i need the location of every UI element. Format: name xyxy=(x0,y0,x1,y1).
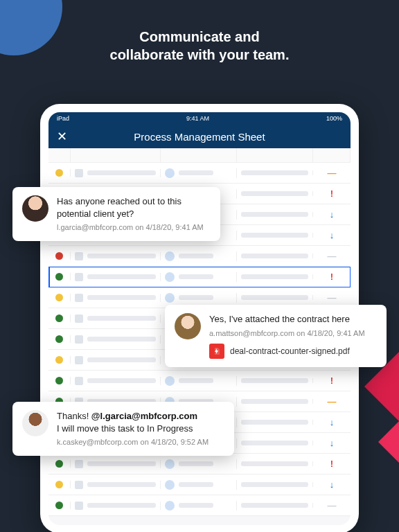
placeholder-bar xyxy=(179,274,213,279)
placeholder-bar xyxy=(87,274,156,279)
status-dot xyxy=(55,335,63,343)
placeholder-bar xyxy=(241,378,308,383)
status-dot xyxy=(55,314,63,322)
placeholder-bar xyxy=(87,461,156,466)
priority-mark: ↓ xyxy=(330,230,335,240)
comment-meta: k.caskey@mbfcorp.com on 4/18/20, 9:52 AM xyxy=(57,437,209,447)
status-battery: 100% xyxy=(326,115,342,122)
placeholder-bar xyxy=(241,212,308,217)
table-row[interactable]: ! xyxy=(48,371,351,391)
placeholder-bar xyxy=(241,461,308,466)
close-icon[interactable]: ✕ xyxy=(57,129,71,144)
placeholder-bar xyxy=(87,337,156,342)
priority-mark: ↓ xyxy=(330,438,335,448)
comment-bubble[interactable]: Thanks! @l.garcia@mbfcorp.com I will mov… xyxy=(12,402,234,456)
table-row[interactable]: — xyxy=(48,163,351,184)
spreadsheet-column-headers xyxy=(48,148,351,163)
table-row[interactable]: — xyxy=(48,246,351,267)
status-dot xyxy=(55,169,63,177)
comment-body: Yes, I've attached the contract here a.m… xyxy=(209,313,365,359)
status-dot xyxy=(55,294,63,301)
document-icon xyxy=(75,252,83,260)
placeholder-bar xyxy=(241,420,308,425)
placeholder-bar xyxy=(241,274,308,279)
attachment[interactable]: deal-contract-counter-signed.pdf xyxy=(209,344,365,359)
comment-body: Thanks! @l.garcia@mbfcorp.com I will mov… xyxy=(57,410,209,447)
status-dot xyxy=(55,252,63,260)
placeholder-bar xyxy=(179,503,213,508)
priority-mark: ↓ xyxy=(330,479,335,490)
priority-mark: — xyxy=(328,168,337,178)
priority-mark: — xyxy=(328,292,337,303)
comment-body: Has anyone reached out to this potential… xyxy=(57,195,211,233)
headline-line2: collaborate with your team. xyxy=(110,47,290,62)
priority-mark: — xyxy=(328,500,337,511)
table-row[interactable]: ↓ xyxy=(48,475,351,495)
page-title: Process Management Sheet xyxy=(71,131,328,143)
ios-status-bar: iPad 9:41 AM 100% xyxy=(48,112,351,125)
placeholder-bar xyxy=(241,295,308,300)
priority-mark: ! xyxy=(330,375,333,386)
priority-mark: ! xyxy=(330,459,333,469)
placeholder-bar xyxy=(179,482,213,487)
assignee-avatar xyxy=(165,168,175,178)
comment-bubble[interactable]: Has anyone reached out to this potential… xyxy=(12,187,220,241)
pdf-icon xyxy=(209,344,224,359)
comment-text-part: Thanks! xyxy=(57,411,91,421)
document-icon xyxy=(75,335,83,344)
document-icon xyxy=(75,502,83,510)
table-row[interactable]: 6 ! xyxy=(48,267,351,287)
status-device: iPad xyxy=(57,115,69,122)
document-icon xyxy=(75,356,83,364)
document-icon xyxy=(75,377,83,385)
document-icon xyxy=(75,481,83,489)
table-row[interactable]: — xyxy=(48,495,351,516)
avatar xyxy=(22,410,48,436)
assignee-avatar xyxy=(165,272,175,282)
comment-text: Thanks! @l.garcia@mbfcorp.com I will mov… xyxy=(57,410,209,434)
priority-mark: — xyxy=(328,251,337,261)
placeholder-bar xyxy=(87,254,156,258)
placeholder-bar xyxy=(179,461,213,466)
status-dot xyxy=(55,502,63,509)
document-icon xyxy=(75,314,83,323)
placeholder-bar xyxy=(241,441,308,445)
assignee-avatar xyxy=(165,501,175,511)
assignee-avatar xyxy=(165,293,175,303)
placeholder-bar xyxy=(179,295,213,300)
mention[interactable]: @l.garcia@mbfcorp.com xyxy=(91,411,197,421)
table-row[interactable]: ! xyxy=(48,454,351,475)
placeholder-bar xyxy=(241,503,308,508)
placeholder-bar xyxy=(179,170,213,175)
comment-meta: a.mattson@mbfcorp.com on 4/18/20, 9:41 A… xyxy=(209,328,365,339)
headline-line1: Communicate and xyxy=(139,29,259,44)
assignee-avatar xyxy=(165,376,175,386)
document-icon xyxy=(75,273,83,281)
comment-text-part: I will move this task to In Progress xyxy=(57,423,193,434)
comment-text: Yes, I've attached the contract here xyxy=(209,313,365,326)
document-icon xyxy=(75,294,83,302)
placeholder-bar xyxy=(87,357,156,362)
priority-mark: ↓ xyxy=(330,209,335,220)
app-header: ✕ Process Management Sheet xyxy=(48,125,351,148)
comment-meta: l.garcia@mbfcorp.com on 4/18/20, 9:41 AM xyxy=(57,222,211,233)
placeholder-bar xyxy=(241,233,308,238)
attachment-filename: deal-contract-counter-signed.pdf xyxy=(230,346,350,357)
avatar xyxy=(22,195,48,222)
priority-mark: ↓ xyxy=(330,417,335,427)
placeholder-bar xyxy=(241,191,308,196)
comment-bubble[interactable]: Yes, I've attached the contract here a.m… xyxy=(165,305,387,367)
status-dot xyxy=(55,460,63,468)
status-dot xyxy=(55,481,63,488)
placeholder-bar xyxy=(87,170,156,175)
priority-mark: — xyxy=(328,396,337,407)
placeholder-bar xyxy=(241,399,308,404)
placeholder-bar xyxy=(87,295,156,300)
decorative-triangle xyxy=(378,387,399,497)
document-icon xyxy=(75,460,83,468)
placeholder-bar xyxy=(87,378,156,383)
assignee-avatar xyxy=(165,251,175,261)
placeholder-bar xyxy=(87,316,156,321)
placeholder-bar xyxy=(179,254,213,258)
priority-mark: ! xyxy=(330,188,333,199)
